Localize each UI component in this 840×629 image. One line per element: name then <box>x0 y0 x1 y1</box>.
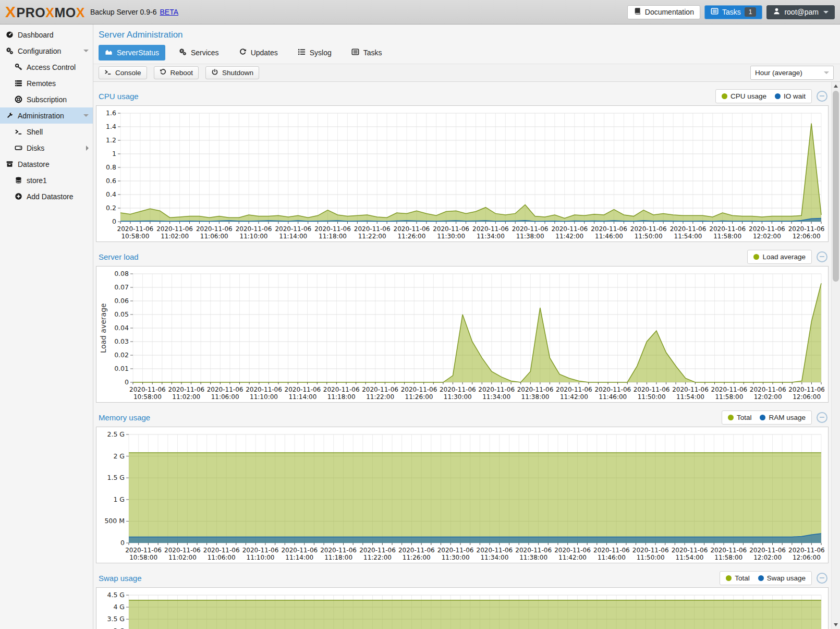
tab-label: Syslog <box>310 49 332 57</box>
svg-text:2020-11-06: 2020-11-06 <box>591 225 627 233</box>
svg-text:0.03: 0.03 <box>114 337 129 345</box>
svg-text:11:14:00: 11:14:00 <box>279 233 307 240</box>
tab-services[interactable]: Services <box>173 45 225 61</box>
panel-header: Server loadLoad average <box>96 247 829 266</box>
svg-text:11:38:00: 11:38:00 <box>521 393 550 401</box>
user-label: root@pam <box>784 8 819 16</box>
collapse-panel-button[interactable] <box>817 573 827 584</box>
svg-text:10:58:00: 10:58:00 <box>121 233 149 240</box>
sidebar-item-label: Datastore <box>18 160 50 168</box>
sidebar-item-label: Shell <box>27 128 43 136</box>
console-button[interactable]: Console <box>99 66 147 79</box>
server-load-chart: 00.010.020.030.040.050.060.070.082020-11… <box>99 270 824 401</box>
swap-usage-chart: 0500 M1 G1.5 G2 G2.5 G3 G3.5 G4 G4.5 G20… <box>99 591 824 629</box>
legend-label: Swap usage <box>767 574 806 582</box>
svg-text:2020-11-06: 2020-11-06 <box>117 225 154 233</box>
svg-text:2020-11-06: 2020-11-06 <box>672 547 708 554</box>
panel-body: 0500 M1 G1.5 G2 G2.5 G3 G3.5 G4 G4.5 G20… <box>96 587 829 629</box>
sidebar-item-subscription[interactable]: Subscription <box>0 91 93 107</box>
legend-label: RAM usage <box>769 414 806 421</box>
svg-text:2020-11-06: 2020-11-06 <box>281 547 318 554</box>
sidebar-item-remotes[interactable]: Remotes <box>0 75 93 91</box>
sidebar-item-access-control[interactable]: Access Control <box>0 59 93 75</box>
chevron-down-icon[interactable] <box>83 114 89 117</box>
database-icon <box>14 176 22 184</box>
svg-text:2020-11-06: 2020-11-06 <box>401 386 437 393</box>
tab-label: Updates <box>251 49 278 57</box>
legend-item: Load average <box>753 253 806 261</box>
svg-text:1.2: 1.2 <box>106 136 116 144</box>
svg-text:2020-11-06: 2020-11-06 <box>242 547 279 554</box>
sidebar-item-dashboard[interactable]: Dashboard <box>0 27 93 43</box>
svg-text:0.06: 0.06 <box>114 297 129 305</box>
svg-text:11:14:00: 11:14:00 <box>288 393 316 401</box>
svg-text:2020-11-06: 2020-11-06 <box>323 386 360 393</box>
svg-text:2020-11-06: 2020-11-06 <box>710 547 747 554</box>
scroll-up-arrow[interactable] <box>832 82 840 90</box>
svg-text:2020-11-06: 2020-11-06 <box>556 386 592 393</box>
vertical-scrollbar[interactable] <box>831 82 840 629</box>
sidebar-item-shell[interactable]: Shell <box>0 124 93 140</box>
chevron-down-icon[interactable] <box>83 50 89 52</box>
tasks-button[interactable]: Tasks 1 <box>704 5 762 19</box>
svg-text:11:54:00: 11:54:00 <box>674 233 702 240</box>
svg-text:2020-11-06: 2020-11-06 <box>515 547 552 554</box>
sidebar-item-disks[interactable]: Disks <box>0 140 93 156</box>
svg-text:1.4: 1.4 <box>106 123 116 130</box>
svg-text:11:10:00: 11:10:00 <box>240 233 268 240</box>
remotes-icon <box>14 79 22 87</box>
scroll-down-arrow[interactable] <box>832 621 840 629</box>
svg-text:11:34:00: 11:34:00 <box>480 554 508 561</box>
svg-text:2020-11-06: 2020-11-06 <box>196 225 233 233</box>
svg-text:12:02:00: 12:02:00 <box>753 554 782 561</box>
svg-text:2020-11-06: 2020-11-06 <box>362 386 398 393</box>
sidebar-item-label: store1 <box>27 176 47 185</box>
user-menu-button[interactable]: root@pam <box>766 5 835 19</box>
list-alt-icon <box>351 48 359 57</box>
sidebar-item-add-datastore[interactable]: Add Datastore <box>0 188 93 204</box>
tab-syslog[interactable]: Syslog <box>291 45 338 61</box>
chevron-right-icon[interactable] <box>86 146 89 151</box>
beta-link[interactable]: BETA <box>160 8 179 16</box>
sidebar-item-store1[interactable]: store1 <box>0 172 93 188</box>
shutdown-label: Shutdown <box>222 69 253 77</box>
documentation-button[interactable]: Documentation <box>627 5 700 19</box>
tab-serverstatus[interactable]: ServerStatus <box>99 45 165 61</box>
svg-text:11:30:00: 11:30:00 <box>437 233 465 240</box>
svg-text:2020-11-06: 2020-11-06 <box>129 386 166 393</box>
svg-text:11:42:00: 11:42:00 <box>560 393 588 401</box>
sidebar-item-administration[interactable]: Administration <box>0 107 93 124</box>
sidebar-item-datastore[interactable]: Datastore <box>0 156 93 172</box>
svg-text:11:22:00: 11:22:00 <box>363 554 392 561</box>
svg-text:2020-11-06: 2020-11-06 <box>275 225 311 233</box>
svg-text:12:06:00: 12:06:00 <box>793 233 821 240</box>
legend-label: CPU usage <box>731 92 766 100</box>
tab-tasks[interactable]: Tasks <box>345 45 388 61</box>
disk-icon <box>14 144 22 152</box>
svg-text:11:42:00: 11:42:00 <box>558 554 587 561</box>
legend-item: IO wait <box>775 92 806 100</box>
svg-text:11:54:00: 11:54:00 <box>676 393 704 401</box>
collapse-panel-button[interactable] <box>817 251 827 262</box>
svg-text:10:58:00: 10:58:00 <box>129 554 157 561</box>
timeframe-select[interactable]: Hour (average) <box>750 66 834 80</box>
tab-updates[interactable]: Updates <box>233 45 284 61</box>
scrollbar-thumb[interactable] <box>833 91 839 282</box>
sidebar-item-configuration[interactable]: Configuration <box>0 43 93 59</box>
legend-item: RAM usage <box>760 414 806 421</box>
terminal-icon <box>104 68 112 77</box>
svg-text:0: 0 <box>125 378 129 386</box>
collapse-panel-button[interactable] <box>817 91 827 102</box>
svg-text:0.07: 0.07 <box>114 283 129 291</box>
svg-text:2020-11-06: 2020-11-06 <box>594 386 631 393</box>
collapse-panel-button[interactable] <box>817 412 827 423</box>
svg-text:2020-11-06: 2020-11-06 <box>472 225 509 233</box>
reboot-button[interactable]: Reboot <box>154 66 199 79</box>
shutdown-button[interactable]: Shutdown <box>205 66 259 79</box>
plus-circle-icon <box>14 192 22 200</box>
svg-text:11:06:00: 11:06:00 <box>211 393 239 401</box>
svg-text:10:58:00: 10:58:00 <box>133 393 162 401</box>
panel-body: 00.010.020.030.040.050.060.070.082020-11… <box>96 266 829 403</box>
svg-text:3 G: 3 G <box>113 627 125 629</box>
undo-icon <box>160 68 167 77</box>
